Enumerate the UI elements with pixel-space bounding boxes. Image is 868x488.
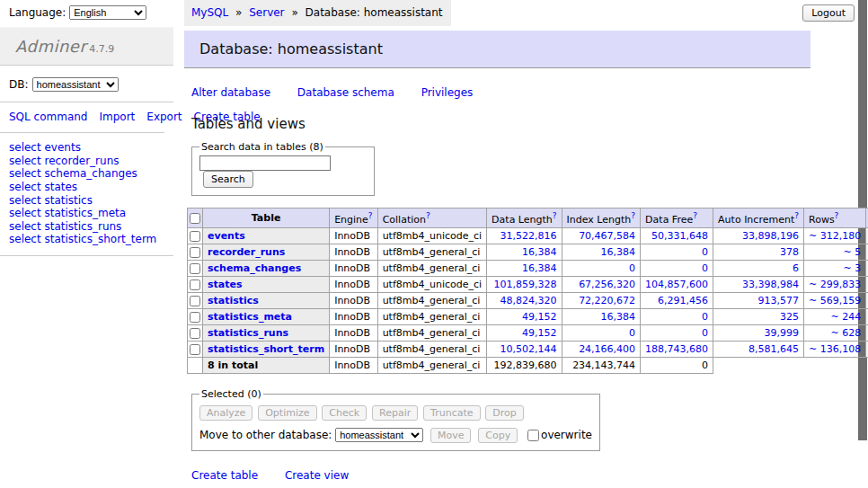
drop-button[interactable]: Drop bbox=[485, 405, 523, 421]
help-link[interactable]: ? bbox=[553, 211, 557, 220]
search-input[interactable] bbox=[199, 155, 331, 171]
auto-increment-cell-link[interactable]: 33,898,196 bbox=[742, 230, 799, 242]
data-free-cell-link[interactable]: 6,291,456 bbox=[658, 295, 708, 306]
sidebar-select-link[interactable]: select statistics_runs bbox=[9, 220, 173, 234]
move-button[interactable]: Move bbox=[430, 428, 472, 443]
index-length-cell-link[interactable]: 24,166,400 bbox=[579, 343, 635, 355]
sidebar-select-link[interactable]: select schema_changes bbox=[9, 167, 173, 181]
data-length-cell-link[interactable]: 48,824,320 bbox=[500, 295, 557, 306]
row-checkbox[interactable] bbox=[190, 296, 200, 306]
data-length-cell-link[interactable]: 49,152 bbox=[522, 327, 557, 339]
table-name-link[interactable]: statistics bbox=[208, 295, 259, 306]
select-all-checkbox[interactable] bbox=[190, 213, 200, 224]
check-button[interactable]: Check bbox=[322, 405, 367, 421]
rows-cell-link[interactable]: ~ 244 bbox=[830, 311, 861, 323]
auto-increment-cell-link[interactable]: 6 bbox=[793, 262, 799, 274]
create-view-link[interactable]: Create view bbox=[285, 469, 349, 482]
row-checkbox[interactable] bbox=[190, 279, 200, 290]
sidebar-link-export[interactable]: Export bbox=[146, 111, 182, 123]
help-link[interactable]: ? bbox=[426, 211, 430, 220]
data-length-cell: 49,152 bbox=[487, 308, 562, 324]
sidebar-select-link[interactable]: select recorder_runs bbox=[9, 155, 173, 168]
help-link[interactable]: ? bbox=[631, 211, 635, 220]
sidebar-select-link[interactable]: select statistics_short_term bbox=[9, 233, 173, 246]
row-checkbox[interactable] bbox=[190, 312, 200, 323]
rows-cell-link[interactable]: ~ 136,108 bbox=[809, 343, 861, 355]
sidebar-select-link[interactable]: select events bbox=[9, 141, 173, 155]
copy-button[interactable]: Copy bbox=[478, 428, 518, 443]
truncate-button[interactable]: Truncate bbox=[423, 405, 480, 421]
data-free-cell-link[interactable]: 0 bbox=[702, 246, 708, 258]
data-free-cell-link[interactable]: 0 bbox=[702, 311, 708, 323]
data-free-cell-link[interactable]: 104,857,600 bbox=[645, 279, 708, 290]
database-schema-link[interactable]: Database schema bbox=[297, 86, 394, 99]
auto-increment-cell-link[interactable]: 913,577 bbox=[758, 295, 800, 306]
rows-cell-link[interactable]: ~ 3 bbox=[843, 262, 861, 274]
rows-cell-link[interactable]: ~ 628 bbox=[830, 327, 861, 339]
row-checkbox[interactable] bbox=[190, 344, 200, 355]
overwrite-checkbox[interactable] bbox=[527, 430, 539, 441]
breadcrumb-link-server[interactable]: Server bbox=[249, 6, 284, 19]
sidebar-select-link[interactable]: select statistics_meta bbox=[9, 207, 173, 220]
column-header: Data Length? bbox=[487, 209, 562, 228]
data-free-cell-link[interactable]: 0 bbox=[702, 327, 708, 339]
table-name-link[interactable]: events bbox=[208, 230, 245, 242]
data-length-cell-link[interactable]: 10,502,144 bbox=[500, 343, 557, 355]
sidebar-link-import[interactable]: Import bbox=[99, 111, 135, 123]
search-button[interactable]: Search bbox=[203, 171, 253, 188]
app-logo[interactable]: Adminer bbox=[15, 37, 86, 56]
help-link[interactable]: ? bbox=[693, 211, 697, 220]
auto-increment-cell-link[interactable]: 325 bbox=[780, 311, 799, 323]
table-name-link[interactable]: recorder_runs bbox=[208, 246, 285, 258]
data-length-cell-link[interactable]: 16,384 bbox=[522, 262, 557, 274]
alter-database-link[interactable]: Alter database bbox=[191, 86, 270, 99]
table-name-link[interactable]: states bbox=[208, 279, 243, 290]
create-table-link[interactable]: Create table bbox=[191, 469, 258, 482]
index-length-cell-link[interactable]: 16,384 bbox=[601, 246, 636, 258]
data-free-cell-link[interactable]: 50,331,648 bbox=[651, 230, 708, 242]
analyze-button[interactable]: Analyze bbox=[199, 405, 252, 421]
db-select[interactable]: homeassistant bbox=[32, 77, 119, 92]
table-name-link[interactable]: statistics_runs bbox=[208, 327, 288, 339]
data-free-cell-link[interactable]: 188,743,680 bbox=[645, 343, 708, 355]
index-length-cell-link[interactable]: 0 bbox=[629, 262, 635, 274]
table-name-link[interactable]: statistics_meta bbox=[208, 311, 292, 323]
help-link[interactable]: ? bbox=[794, 211, 799, 220]
row-checkbox[interactable] bbox=[190, 231, 200, 242]
rows-cell-link[interactable]: ~ 299,833 bbox=[809, 279, 861, 290]
auto-increment-cell-link[interactable]: 39,999 bbox=[765, 327, 800, 339]
auto-increment-cell-link[interactable]: 33,398,984 bbox=[742, 279, 799, 290]
sidebar-select-link[interactable]: select states bbox=[9, 181, 173, 194]
language-select[interactable]: English bbox=[69, 5, 146, 20]
sidebar-link-sql-command[interactable]: SQL command bbox=[9, 111, 87, 123]
auto-increment-cell-link[interactable]: 378 bbox=[780, 246, 799, 258]
index-length-cell-link[interactable]: 0 bbox=[629, 327, 635, 339]
index-length-cell-link[interactable]: 72,220,672 bbox=[579, 295, 635, 306]
data-free-cell-link[interactable]: 0 bbox=[702, 262, 708, 274]
help-link[interactable]: ? bbox=[835, 211, 839, 220]
table-name-link[interactable]: statistics_short_term bbox=[208, 343, 324, 355]
repair-button[interactable]: Repair bbox=[372, 405, 418, 421]
data-length-cell-link[interactable]: 16,384 bbox=[522, 246, 557, 258]
breadcrumb-separator: » bbox=[235, 6, 242, 19]
rows-cell-link[interactable]: ~ 5 bbox=[843, 246, 861, 258]
data-length-cell-link[interactable]: 31,522,816 bbox=[500, 230, 557, 242]
row-checkbox[interactable] bbox=[190, 263, 200, 274]
rows-cell-link[interactable]: ~ 312,180 bbox=[809, 230, 861, 242]
help-link[interactable]: ? bbox=[368, 211, 373, 220]
auto-increment-cell-link[interactable]: 8,581,645 bbox=[748, 343, 799, 355]
table-name-link[interactable]: schema_changes bbox=[208, 262, 301, 274]
breadcrumb-link-mysql[interactable]: MySQL bbox=[191, 6, 228, 19]
optimize-button[interactable]: Optimize bbox=[258, 405, 316, 421]
row-checkbox[interactable] bbox=[190, 328, 200, 339]
sidebar-select-link[interactable]: select statistics bbox=[9, 194, 173, 208]
move-database-select[interactable]: homeassistant bbox=[335, 428, 423, 442]
data-length-cell-link[interactable]: 49,152 bbox=[522, 311, 557, 323]
row-checkbox[interactable] bbox=[190, 247, 200, 258]
data-length-cell-link[interactable]: 101,859,328 bbox=[494, 279, 557, 290]
index-length-cell-link[interactable]: 70,467,584 bbox=[579, 230, 635, 242]
privileges-link[interactable]: Privileges bbox=[421, 86, 474, 99]
index-length-cell-link[interactable]: 67,256,320 bbox=[579, 279, 635, 290]
rows-cell-link[interactable]: ~ 569,159 bbox=[809, 295, 861, 306]
index-length-cell-link[interactable]: 16,384 bbox=[601, 311, 636, 323]
